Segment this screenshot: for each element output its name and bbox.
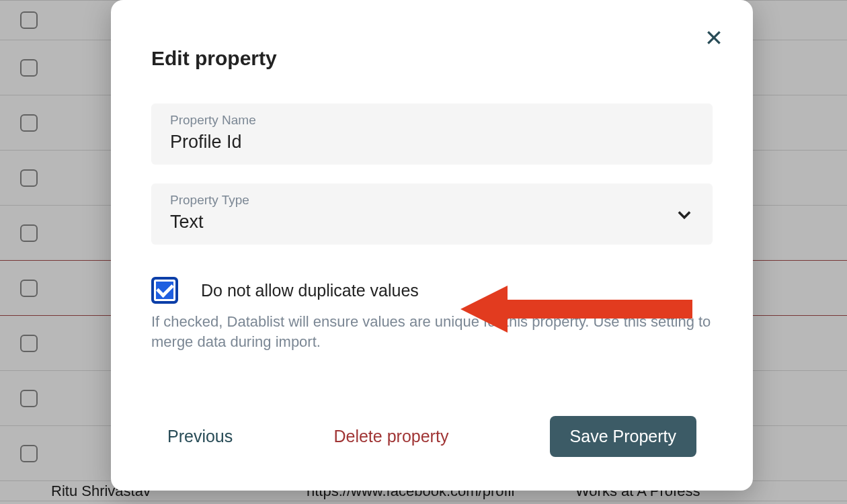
property-name-label: Property Name xyxy=(170,113,694,128)
close-button[interactable] xyxy=(702,27,726,51)
save-property-button[interactable]: Save Property xyxy=(550,416,696,457)
duplicate-help-text: If checked, Datablist will ensure values… xyxy=(151,312,713,351)
delete-property-button[interactable]: Delete property xyxy=(333,427,448,446)
duplicate-checkbox-label: Do not allow duplicate values xyxy=(201,281,419,300)
close-icon xyxy=(705,29,723,49)
modal-actions: Previous Delete property Save Property xyxy=(151,416,713,464)
property-type-field[interactable]: Property Type Text xyxy=(151,183,713,245)
duplicate-checkbox-row: Do not allow duplicate values xyxy=(151,277,713,304)
edit-property-modal: Edit property Property Name Property Typ… xyxy=(111,0,753,491)
property-type-value[interactable]: Text xyxy=(170,212,694,233)
property-name-field[interactable]: Property Name xyxy=(151,103,713,165)
modal-title: Edit property xyxy=(151,47,713,70)
previous-button[interactable]: Previous xyxy=(167,427,233,446)
property-name-input[interactable] xyxy=(170,132,694,153)
property-type-label: Property Type xyxy=(170,193,694,208)
duplicate-checkbox[interactable] xyxy=(151,277,178,304)
